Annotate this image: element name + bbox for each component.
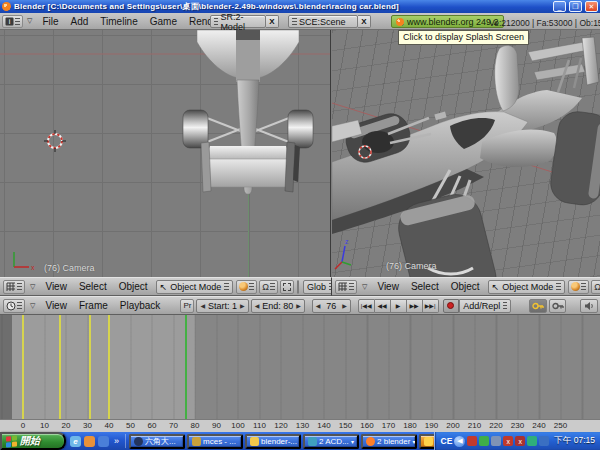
ruler-tick: 160 <box>360 421 373 430</box>
info-editor-icon: i <box>5 17 14 26</box>
delete-keyframe-button[interactable] <box>549 299 567 313</box>
menu-frame[interactable]: Frame <box>73 300 114 311</box>
minimize-button[interactable]: _ <box>553 1 566 12</box>
pivot-dropdown[interactable]: Ω <box>259 280 278 294</box>
tray-icon-display[interactable] <box>491 436 501 446</box>
keyframe-marker[interactable] <box>108 315 110 419</box>
jump-end-button[interactable]: ▶▶| <box>423 299 439 313</box>
header-collapse-icon[interactable]: ▽ <box>26 283 39 291</box>
mces-app-icon <box>192 437 201 446</box>
editor-type-button[interactable] <box>3 299 25 313</box>
blender-app-icon <box>2 2 11 11</box>
window-titlebar[interactable]: Blender [C:\Documents and Settings\user\… <box>0 0 600 13</box>
quick-launch-media-player[interactable] <box>84 436 95 447</box>
screen-selector[interactable]: SR:2-Model <box>210 15 266 28</box>
language-indicator[interactable]: CE <box>441 436 453 446</box>
hand-icon <box>298 282 299 292</box>
keyframe-marker[interactable] <box>22 315 24 419</box>
tray-icon-disconnected[interactable]: x <box>515 436 525 446</box>
play-button[interactable]: ▶ <box>391 299 407 313</box>
orientation-dropdown[interactable]: Glob <box>303 280 331 294</box>
svg-text:z: z <box>345 238 349 245</box>
scene-selector[interactable]: SCE:Scene <box>288 15 358 28</box>
keyframe-marker[interactable] <box>59 315 61 419</box>
current-frame-marker[interactable] <box>185 315 187 419</box>
screen-delete-button[interactable]: X <box>266 15 279 28</box>
close-button[interactable]: ✕ <box>585 1 598 12</box>
timeline-ruler[interactable]: 0102030405060708090100110120130140150160… <box>0 419 600 432</box>
menu-game[interactable]: Game <box>144 16 183 27</box>
increment-icon[interactable]: ▶ <box>240 302 245 309</box>
header-collapse-icon[interactable]: ▽ <box>26 302 39 310</box>
tray-icon-green-shield[interactable] <box>479 436 489 446</box>
start-frame-field[interactable]: ◀ Start: 1 ▶ <box>196 299 248 313</box>
quick-launch-ie[interactable]: e <box>70 436 81 447</box>
snap-toggle-button[interactable] <box>280 280 294 294</box>
menu-select[interactable]: Select <box>73 281 113 292</box>
ruler-tick: 130 <box>296 421 309 430</box>
menu-object[interactable]: Object <box>113 281 154 292</box>
task-group-arrow-icon[interactable]: ▾ <box>351 438 354 445</box>
menu-view[interactable]: View <box>39 281 73 292</box>
task-button[interactable]: Registry... <box>419 434 434 449</box>
insert-keyframe-button[interactable] <box>529 299 547 313</box>
menu-add[interactable]: Add <box>65 16 95 27</box>
editor-type-button[interactable] <box>3 280 25 294</box>
menu-object[interactable]: Object <box>445 281 486 292</box>
prev-keyframe-button[interactable]: ◀◀ <box>375 299 391 313</box>
menu-select[interactable]: Select <box>405 281 445 292</box>
end-frame-field[interactable]: ◀ End: 80 ▶ <box>251 299 305 313</box>
decrement-icon[interactable]: ◀ <box>255 302 260 309</box>
tray-icon-red-app[interactable] <box>467 436 477 446</box>
draw-type-dropdown[interactable] <box>568 280 589 294</box>
scene-delete-button[interactable]: X <box>358 15 371 28</box>
tray-icon-green-status[interactable] <box>527 436 537 446</box>
3d-viewport-right[interactable]: z (76) Camera <box>332 30 600 277</box>
task-group-arrow-icon[interactable]: ▾ <box>412 438 415 445</box>
3d-cursor-icon <box>44 130 66 152</box>
decrement-icon[interactable]: ◀ <box>200 302 205 309</box>
mute-audio-button[interactable] <box>580 299 598 313</box>
task-button[interactable]: blender-... <box>245 434 301 449</box>
task-button[interactable]: 2 blender▾ <box>361 434 417 449</box>
viewport-right-canvas: z <box>332 30 600 277</box>
timeline-track-area[interactable] <box>0 315 600 419</box>
manipulator-hand-button[interactable] <box>298 280 299 294</box>
decrement-icon[interactable]: ◀ <box>316 302 321 309</box>
preview-range-button[interactable]: Pr <box>180 299 194 313</box>
maximize-button[interactable]: ❒ <box>569 1 582 12</box>
increment-icon[interactable]: ▶ <box>296 302 301 309</box>
jump-start-button[interactable]: |◀◀ <box>358 299 375 313</box>
menu-view[interactable]: View <box>371 281 405 292</box>
mode-dropdown[interactable]: ↖ Object Mode <box>488 280 566 294</box>
quick-launch-overflow-icon[interactable]: » <box>112 436 121 446</box>
header-collapse-icon[interactable]: ▽ <box>23 17 36 25</box>
tray-icon-disabled-device[interactable]: x <box>503 436 513 446</box>
editor-type-button[interactable] <box>335 280 357 294</box>
current-frame-field[interactable]: ◀ 76 ▶ <box>312 299 351 313</box>
start-button[interactable]: 開始 <box>0 432 66 450</box>
pivot-dropdown[interactable]: Ω <box>591 280 600 294</box>
blender-version-button[interactable]: www.blender.org 249.2 <box>391 15 504 28</box>
tray-icon-network[interactable] <box>539 436 549 446</box>
menu-playback[interactable]: Playback <box>114 300 167 311</box>
menu-timeline[interactable]: Timeline <box>94 16 143 27</box>
increment-icon[interactable]: ▶ <box>342 302 347 309</box>
task-button[interactable]: 2 ACD...▾ <box>303 434 359 449</box>
next-keyframe-button[interactable]: ▶▶ <box>407 299 423 313</box>
editor-type-button[interactable]: i <box>2 15 23 28</box>
header-collapse-icon[interactable]: ▽ <box>358 283 371 291</box>
task-button[interactable]: 六角大... <box>129 434 185 449</box>
3d-viewport-left[interactable]: x (76) Camera <box>0 30 331 277</box>
task-button[interactable]: mces - ... <box>187 434 243 449</box>
menu-file[interactable]: File <box>36 16 64 27</box>
menu-view[interactable]: View <box>39 300 73 311</box>
keying-mode-dropdown[interactable]: Add/Repl <box>459 299 511 313</box>
draw-type-dropdown[interactable] <box>236 280 257 294</box>
task-label: 2 blender <box>377 437 410 446</box>
tray-chevron-icon[interactable]: ◀ <box>454 436 465 447</box>
record-button[interactable] <box>443 299 460 313</box>
quick-launch-show-desktop[interactable] <box>98 436 109 447</box>
keyframe-marker[interactable] <box>89 315 91 419</box>
mode-dropdown[interactable]: ↖ Object Mode <box>156 280 234 294</box>
